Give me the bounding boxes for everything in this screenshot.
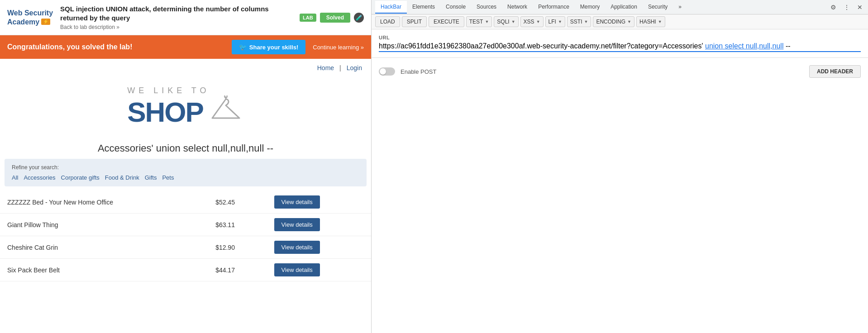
lightning-icon: ⚡ (41, 19, 50, 25)
devtools-tab-memory[interactable]: Memory (575, 1, 605, 14)
product-name-0: ZZZZZZ Bed - Your New Home Office (0, 191, 208, 214)
enable-post-label: Enable POST (401, 68, 437, 75)
shop-logo-text: WE LIKE TO SHOP (127, 86, 244, 129)
hackbar-toolbar: LOAD SPLIT EXECUTE TEST ▼ SQLI ▼ XSS ▼ L… (372, 14, 868, 29)
table-row: Giant Pillow Thing $63.11 View details (0, 214, 371, 236)
ssti-chevron: ▼ (584, 19, 588, 24)
refine-box: Refine your search: AllAccessoriesCorpor… (5, 159, 367, 186)
view-details-btn-0[interactable]: View details (274, 195, 320, 209)
sqli-chevron: ▼ (511, 19, 515, 24)
url-label: URL (379, 35, 861, 40)
devtools-settings-icon[interactable]: ⚙ (829, 3, 838, 12)
nav-home[interactable]: Home (317, 64, 334, 71)
refine-link-4[interactable]: Gifts (145, 174, 157, 181)
lab-title: SQL injection UNION attack, determining … (60, 5, 292, 22)
enable-post-area: Enable POST ADD HEADER (372, 58, 868, 85)
devtools-tab-»[interactable]: » (673, 1, 687, 14)
toggle-knob (380, 68, 386, 75)
hackbar-xss-dropdown[interactable]: XSS ▼ (520, 16, 544, 27)
refine-link-2[interactable]: Corporate gifts (61, 174, 100, 181)
devtools-icons: ⚙ ⋮ ✕ (829, 3, 864, 12)
products-table: ZZZZZZ Bed - Your New Home Office $52.45… (0, 191, 371, 281)
hackbar-ssti-dropdown[interactable]: SSTI ▼ (567, 16, 591, 27)
refine-links: AllAccessoriesCorporate giftsFood & Drin… (12, 174, 359, 181)
product-name-2: Cheshire Cat Grin (0, 236, 208, 259)
lfi-chevron: ▼ (558, 19, 562, 24)
congrats-text: Congratulations, you solved the lab! (7, 43, 224, 51)
refine-link-0[interactable]: All (12, 174, 18, 181)
continue-button[interactable]: Continue learning » (313, 44, 364, 51)
hackbar-sqli-dropdown[interactable]: SQLI ▼ (494, 16, 518, 27)
hackbar-lfi-dropdown[interactable]: LFI ▼ (545, 16, 565, 27)
twitter-icon: 🐦 (239, 43, 247, 51)
refine-link-5[interactable]: Pets (162, 174, 174, 181)
refine-label: Refine your search: (12, 164, 359, 171)
devtools-tab-network[interactable]: Network (502, 1, 533, 14)
devtools-tab-security[interactable]: Security (643, 1, 673, 14)
lab-header: Web Security Academy ⚡ SQL injection UNI… (0, 0, 371, 35)
product-price-2: $12.90 (208, 236, 267, 259)
logo-line1: Web Security (7, 9, 53, 17)
flask-icon: 🧪 (354, 13, 364, 23)
devtools-tab-application[interactable]: Application (605, 1, 643, 14)
devtools-tab-sources[interactable]: Sources (471, 1, 502, 14)
view-details-btn-1[interactable]: View details (274, 218, 320, 231)
devtools-more-icon[interactable]: ⋮ (842, 3, 852, 12)
test-chevron: ▼ (485, 19, 489, 24)
encoding-chevron: ▼ (627, 19, 631, 24)
lab-back-link[interactable]: Back to lab description » (60, 24, 292, 30)
nav-separator: | (339, 64, 341, 71)
solved-badge: Solved (320, 13, 350, 23)
url-after-text: -- (783, 42, 790, 50)
logo-line2: Academy ⚡ (7, 18, 53, 26)
url-plain-text: https://ac961fdd1e31962380aa27ed00e300af… (379, 42, 705, 50)
product-view-cell-2: View details (267, 236, 371, 259)
search-heading: Accessories' union select null,null,null… (0, 133, 371, 159)
devtools-close-icon[interactable]: ✕ (855, 3, 864, 12)
view-details-btn-2[interactable]: View details (274, 241, 320, 254)
devtools-tab-elements[interactable]: Elements (407, 1, 440, 14)
lab-title-block: SQL injection UNION attack, determining … (60, 5, 292, 30)
product-price-0: $52.45 (208, 191, 267, 214)
devtools-main (372, 85, 868, 333)
nav-login[interactable]: Login (347, 64, 362, 71)
devtools-tab-performance[interactable]: Performance (533, 1, 575, 14)
hackbar-hashi-dropdown[interactable]: HASHI ▼ (636, 16, 665, 27)
lab-badge-group: LAB Solved 🧪 (300, 13, 364, 23)
hackbar-test-dropdown[interactable]: TEST ▼ (466, 16, 492, 27)
lab-badge: LAB (300, 14, 316, 22)
we-like-to-text: WE LIKE TO (127, 86, 210, 95)
url-area: URL https://ac961fdd1e31962380aa27ed00e3… (372, 29, 868, 58)
product-view-cell-1: View details (267, 214, 371, 236)
nav-bar: Home | Login (0, 59, 371, 77)
view-details-btn-3[interactable]: View details (274, 263, 320, 276)
xss-chevron: ▼ (536, 19, 540, 24)
left-panel: Web Security Academy ⚡ SQL injection UNI… (0, 0, 371, 333)
site-logo[interactable]: Web Security Academy ⚡ (7, 9, 53, 26)
hanger-icon (208, 95, 244, 129)
hackbar-load-btn[interactable]: LOAD (375, 16, 400, 27)
shop-text: SHOP (127, 98, 203, 126)
refine-link-1[interactable]: Accessories (24, 174, 55, 181)
hackbar-split-btn[interactable]: SPLIT (402, 16, 427, 27)
product-view-cell-3: View details (267, 259, 371, 281)
url-value[interactable]: https://ac961fdd1e31962380aa27ed00e300af… (379, 42, 861, 52)
devtools-tab-console[interactable]: Console (440, 1, 471, 14)
enable-post-toggle[interactable] (379, 67, 395, 76)
hackbar-execute-btn[interactable]: EXECUTE (429, 16, 464, 27)
devtools-tabs: HackBarElementsConsoleSourcesNetworkPerf… (372, 0, 868, 14)
right-panel: HackBarElementsConsoleSourcesNetworkPerf… (371, 0, 868, 333)
product-name-3: Six Pack Beer Belt (0, 259, 208, 281)
product-name-1: Giant Pillow Thing (0, 214, 208, 236)
hackbar-encoding-dropdown[interactable]: ENCODING ▼ (593, 16, 634, 27)
product-price-3: $44.17 (208, 259, 267, 281)
share-button[interactable]: 🐦 Share your skills! (232, 40, 305, 54)
shop-content: Home | Login WE LIKE TO SHOP (0, 59, 371, 333)
devtools-tab-hackbar[interactable]: HackBar (375, 1, 407, 14)
shop-hero: WE LIKE TO SHOP (0, 77, 371, 133)
table-row: Six Pack Beer Belt $44.17 View details (0, 259, 371, 281)
devtools-tabs-container: HackBarElementsConsoleSourcesNetworkPerf… (375, 1, 687, 14)
congrats-banner: Congratulations, you solved the lab! 🐦 S… (0, 35, 371, 59)
refine-link-3[interactable]: Food & Drink (105, 174, 139, 181)
add-header-button[interactable]: ADD HEADER (809, 65, 861, 78)
